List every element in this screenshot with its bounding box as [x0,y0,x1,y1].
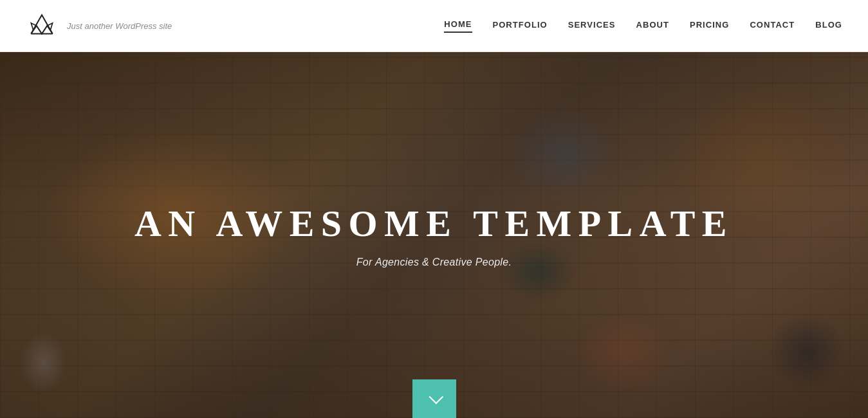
nav-about[interactable]: ABOUT [636,20,669,32]
logo-area: Just another WordPress site [26,10,172,42]
nav-portfolio[interactable]: PORTFOLIO [493,20,548,32]
hero-subtitle: For Agencies & Creative People. [134,257,734,268]
site-tagline: Just another WordPress site [67,21,172,31]
hero-section: AN AWESOME TEMPLATE For Agencies & Creat… [0,52,868,418]
nav-contact[interactable]: CONTACT [750,20,795,32]
logo-icon [26,10,58,42]
scroll-down-button[interactable] [412,379,456,418]
site-header: Just another WordPress site HOME PORTFOL… [0,0,868,52]
nav-blog[interactable]: BLOG [815,20,842,32]
hero-title: AN AWESOME TEMPLATE [134,202,734,245]
hero-content: AN AWESOME TEMPLATE For Agencies & Creat… [134,202,734,268]
nav-pricing[interactable]: PRICING [690,20,729,32]
nav-home[interactable]: HOME [444,19,472,33]
nav-services[interactable]: SERVICES [568,20,616,32]
main-nav: HOME PORTFOLIO SERVICES ABOUT PRICING CO… [444,19,842,33]
